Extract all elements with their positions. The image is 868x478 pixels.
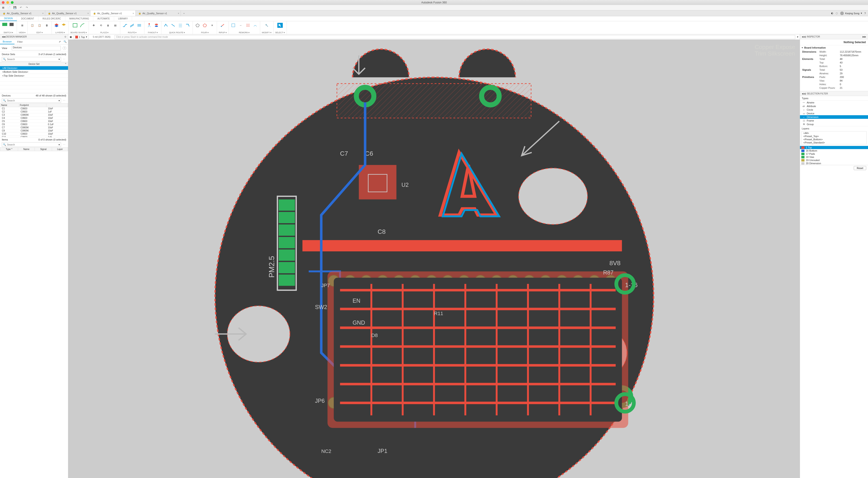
- via-stack-icon[interactable]: [153, 22, 159, 28]
- unpour-icon[interactable]: ✕: [209, 22, 215, 28]
- device-row[interactable]: C1C060310uF: [0, 107, 68, 110]
- ribbon-label[interactable]: QUICK ROUTE ▾: [169, 31, 185, 34]
- pour-icon[interactable]: [202, 22, 208, 28]
- route-diff-icon[interactable]: [129, 22, 135, 28]
- fanout-icon[interactable]: [146, 22, 152, 28]
- active-layer-select[interactable]: 1 Top ▾: [74, 35, 89, 39]
- ribbon-label[interactable]: PLACE ▾: [100, 31, 109, 34]
- search-input[interactable]: [7, 99, 58, 102]
- device-set-row[interactable]: <All Devices>: [0, 66, 68, 70]
- notifications-icon[interactable]: ◌: [836, 12, 838, 15]
- filter-type-row[interactable]: 🏷Attribute: [800, 104, 868, 108]
- layer-icon[interactable]: [61, 22, 67, 28]
- panel-menu-icon[interactable]: ⊙: [64, 35, 66, 38]
- maximize-window-button[interactable]: [11, 1, 13, 4]
- workspace-tab-library[interactable]: LIBRARY: [114, 16, 132, 21]
- ribbon-label[interactable]: MODIFY ▾: [262, 31, 272, 34]
- file-tab-active[interactable]: 🔒 Air_Quality_Sensor v1 ×: [90, 10, 135, 16]
- board-info-header[interactable]: ▾ Board Information: [800, 45, 868, 50]
- help-icon[interactable]: ?: [864, 12, 866, 15]
- ribbon-label[interactable]: SELECT ▾: [275, 31, 285, 34]
- layer-row[interactable]: 17 Pads: [800, 152, 868, 155]
- wrench-icon[interactable]: 🔧: [264, 22, 270, 28]
- ribbon-label[interactable]: REWORK ▾: [239, 31, 250, 34]
- search-input[interactable]: [7, 58, 58, 61]
- add-tab-button[interactable]: +: [181, 10, 187, 16]
- device-row[interactable]: C8C0805K10uF: [0, 129, 68, 132]
- help-icon[interactable]: ?: [63, 46, 66, 50]
- browser-tab[interactable]: Browser: [0, 39, 14, 44]
- undo-icon[interactable]: ↶: [19, 6, 23, 9]
- filter-type-row[interactable]: ▢Frame: [800, 119, 868, 122]
- preset-row[interactable]: <Preset_Top>: [802, 135, 866, 138]
- apps-grid-icon[interactable]: ▦: [1, 6, 5, 9]
- layer-row[interactable]: 16 Bottom: [800, 149, 868, 152]
- device-row[interactable]: C11C06031uF: [0, 135, 68, 137]
- close-tab-icon[interactable]: ×: [133, 12, 134, 15]
- quickroute4-icon[interactable]: [185, 22, 191, 28]
- close-tab-icon[interactable]: ×: [178, 12, 179, 15]
- chevron-down-icon[interactable]: ▾: [797, 35, 798, 38]
- rotate-icon[interactable]: ⟲: [98, 22, 104, 28]
- filter-type-row[interactable]: ○Circle: [800, 108, 868, 111]
- ribbon-label[interactable]: VIEW ▾: [19, 31, 26, 34]
- ripup-icon[interactable]: [220, 22, 225, 28]
- device-row[interactable]: C2C06031uF: [0, 110, 68, 114]
- workspace-tab-rules[interactable]: RULES DRC/ERC: [38, 16, 65, 21]
- device-row[interactable]: C6C06030.1uF: [0, 123, 68, 126]
- route-multi-icon[interactable]: [136, 22, 143, 28]
- quickroute2-icon[interactable]: [170, 22, 176, 28]
- route-icon[interactable]: [122, 22, 128, 28]
- ribbon-label[interactable]: ROUTE ▾: [128, 31, 137, 34]
- cutout-icon[interactable]: [79, 22, 85, 28]
- layer-stack-icon[interactable]: [54, 22, 59, 28]
- push-icon[interactable]: →: [238, 22, 244, 28]
- chevron-down-icon[interactable]: ▾: [59, 58, 60, 61]
- ribbon-label[interactable]: FANOUT ▾: [148, 31, 158, 34]
- trim-icon[interactable]: [252, 22, 258, 28]
- minimize-window-button[interactable]: [6, 1, 9, 4]
- col-name[interactable]: Name: [0, 103, 19, 107]
- slide-icon[interactable]: [230, 22, 237, 28]
- expand-icon[interactable]: ▶▶: [863, 35, 866, 38]
- items-search[interactable]: 🔍 ▾: [2, 142, 61, 147]
- ribbon-label[interactable]: BOARD SHAPE ▾: [70, 31, 87, 34]
- device-row[interactable]: C3C0805K10uF: [0, 114, 68, 117]
- filter-type-row[interactable]: ⧉Group: [800, 122, 868, 126]
- chevron-down-icon[interactable]: ▾: [59, 143, 60, 146]
- search-input[interactable]: [7, 143, 58, 146]
- cursor-icon[interactable]: ⬈: [57, 39, 62, 44]
- outline-icon[interactable]: [72, 22, 78, 28]
- reset-button[interactable]: Reset: [854, 166, 866, 170]
- file-icon[interactable]: 📄: [7, 6, 11, 9]
- copy-icon[interactable]: 📋: [29, 22, 35, 28]
- col-name[interactable]: Name: [18, 148, 35, 151]
- delete-icon[interactable]: 🗑: [44, 22, 50, 28]
- search-icon[interactable]: 🔍: [62, 39, 68, 44]
- col-type[interactable]: Type ^: [0, 148, 18, 151]
- devices-search[interactable]: 🔍 ▾: [2, 98, 61, 103]
- workspace-tab-document[interactable]: DOCUMENT: [17, 16, 38, 21]
- align-icon[interactable]: ▤: [112, 22, 118, 28]
- workspace-tab-manufacturing[interactable]: MANUFACTURING: [65, 16, 93, 21]
- workspace-tab-automate[interactable]: AUTOMATE: [93, 16, 114, 21]
- more-icon[interactable]: ⋯: [62, 99, 66, 102]
- user-menu[interactable]: Keqing Song ▾: [840, 11, 862, 15]
- quickroute3-icon[interactable]: [178, 22, 184, 28]
- filter-type-row[interactable]: ▭Device: [800, 111, 868, 115]
- ribbon-label[interactable]: LAYERS ▾: [55, 31, 65, 34]
- move-icon[interactable]: ✥: [91, 22, 96, 28]
- device-row[interactable]: C10C060310uF: [0, 132, 68, 135]
- layer-row[interactable]: 18 Vias: [800, 155, 868, 159]
- 3d-icon[interactable]: [9, 22, 15, 28]
- preset-row[interactable]: <All>: [802, 131, 866, 135]
- filter-type-row[interactable]: ↔Dimension: [800, 115, 868, 119]
- file-tab[interactable]: 🔒 Air_Quality_Sensor v1 ×: [45, 10, 90, 16]
- spread-icon[interactable]: [245, 22, 251, 28]
- redo-icon[interactable]: ↷: [25, 6, 29, 9]
- device-row[interactable]: C7C0805K10uF: [0, 126, 68, 129]
- close-tab-icon[interactable]: ×: [42, 12, 43, 15]
- chevron-down-icon[interactable]: ▾: [59, 99, 60, 102]
- file-tab[interactable]: 🔒 Air_Quality_Sensor v1 ×: [135, 10, 181, 16]
- filter-type-row[interactable]: 〰Airwire: [800, 101, 868, 104]
